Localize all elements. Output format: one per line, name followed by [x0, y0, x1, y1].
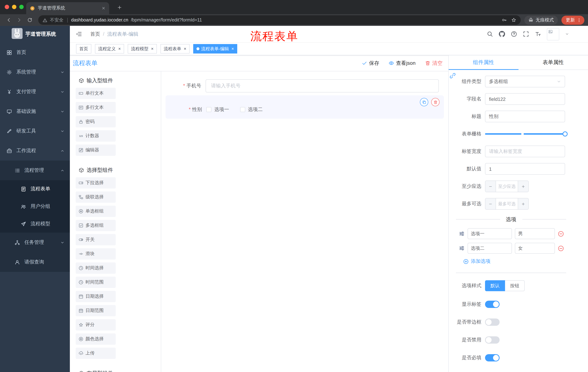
selected-widget-gender[interactable]: 性别 选项一选项二	[166, 95, 444, 119]
kebab-menu-icon[interactable]	[577, 18, 581, 22]
form-canvas[interactable]: 手机号 请输入手机号	[161, 71, 448, 372]
sidebar-item-系统管理[interactable]: 系统管理	[0, 62, 70, 82]
tab-component-props[interactable]: 组件属性	[449, 55, 518, 70]
component-颜色选择[interactable]: 颜色选择	[76, 333, 116, 345]
bookmark-star-icon[interactable]	[511, 18, 516, 22]
component-多行文本[interactable]: 多行文本	[76, 102, 116, 113]
title-input[interactable]: 性别	[485, 111, 565, 122]
decrease-button[interactable]: −	[485, 181, 496, 192]
link-icon[interactable]	[449, 73, 456, 79]
window-zoom-button[interactable]	[19, 5, 24, 9]
browser-tab[interactable]: 芋道管理系统	[26, 2, 109, 14]
tag-流程表单[interactable]: 流程表单×	[160, 44, 189, 53]
tag-close-icon[interactable]: ×	[231, 46, 234, 51]
field-name-input[interactable]: field122	[485, 93, 565, 105]
drag-handle-icon[interactable]	[459, 245, 465, 251]
search-icon[interactable]	[487, 31, 493, 37]
increase-button[interactable]: +	[518, 198, 528, 209]
component-滑块[interactable]: 滑块	[76, 248, 116, 260]
component-时间范围[interactable]: 时间范围	[76, 277, 116, 288]
window-close-button[interactable]	[5, 5, 9, 9]
sidebar-item-流程表单[interactable]: 流程表单	[0, 180, 70, 198]
component-开关[interactable]: 开关	[76, 234, 116, 245]
remove-option-icon[interactable]	[558, 245, 564, 251]
style-button-button[interactable]: 按钮	[505, 280, 525, 291]
style-default-button[interactable]: 默认	[485, 280, 505, 291]
sidebar-item-基础设施[interactable]: 基础设施	[0, 102, 70, 121]
copy-widget-icon[interactable]	[420, 98, 428, 106]
grid-slider[interactable]	[485, 128, 565, 140]
field-phone[interactable]: 手机号 请输入手机号	[166, 79, 439, 93]
increase-button[interactable]: +	[518, 181, 528, 192]
component-时间选择[interactable]: 时间选择	[76, 262, 116, 274]
fullscreen-icon[interactable]	[523, 31, 529, 37]
help-icon[interactable]	[511, 31, 517, 37]
clear-button[interactable]: 清空	[425, 60, 442, 66]
toggle-是否必填[interactable]	[485, 354, 500, 361]
sidebar-item-流程管理[interactable]: 流程管理	[0, 160, 70, 180]
sidebar-item-研发工具[interactable]: 研发工具	[0, 121, 70, 141]
browser-update-button[interactable]: 更新	[561, 15, 584, 25]
decrease-button[interactable]: −	[485, 198, 496, 209]
checkbox-选项二[interactable]: 选项二	[240, 106, 263, 113]
back-icon[interactable]	[4, 15, 13, 25]
forward-icon[interactable]	[14, 15, 24, 25]
password-key-icon[interactable]	[502, 18, 507, 22]
option-value-input[interactable]: 男	[515, 228, 555, 239]
tag-close-icon[interactable]: ×	[151, 46, 154, 51]
tag-首页[interactable]: 首页	[76, 44, 91, 53]
remove-option-icon[interactable]	[558, 231, 564, 237]
component-计数器[interactable]: 123计数器	[76, 130, 116, 142]
max-select-input[interactable]: 最多可选	[496, 198, 518, 209]
window-minimize-button[interactable]	[12, 5, 16, 9]
component-type-select[interactable]: 多选框组	[485, 76, 565, 87]
delete-widget-icon[interactable]	[431, 98, 440, 106]
sidebar-item-请假查询[interactable]: 请假查询	[0, 252, 70, 272]
component-日期选择[interactable]: 日期选择	[76, 291, 116, 302]
view-json-button[interactable]: 查看json	[389, 60, 416, 66]
sidebar-item-工作流程[interactable]: 工作流程	[0, 141, 70, 160]
tag-close-icon[interactable]: ×	[118, 46, 121, 51]
component-编辑器[interactable]: 编辑器	[76, 145, 116, 156]
address-bar[interactable]: 不安全 dashboard.yudao.iocoder.cn/bpm/manag…	[38, 15, 521, 25]
component-级联选择[interactable]: 级联选择	[76, 191, 116, 203]
component-上传[interactable]: 上传	[76, 348, 116, 359]
drag-handle-icon[interactable]	[459, 231, 465, 237]
sidebar-item-用户分组[interactable]: 用户分组	[0, 198, 70, 215]
component-单行文本[interactable]: 单行文本	[76, 88, 116, 99]
tab-close-icon[interactable]	[102, 6, 105, 10]
sidebar-item-流程模型[interactable]: 流程模型	[0, 215, 70, 233]
default-value-input[interactable]: 1	[485, 163, 565, 175]
breadcrumb-home[interactable]: 首页	[90, 31, 100, 37]
tag-流程表单-编辑[interactable]: 流程表单-编辑×	[193, 44, 237, 53]
save-button[interactable]: 保存	[362, 60, 379, 66]
tag-流程定义[interactable]: 流程定义×	[95, 44, 124, 53]
tag-close-icon[interactable]: ×	[184, 46, 186, 51]
sidebar-item-首页[interactable]: 首页	[0, 43, 70, 62]
component-单选框组[interactable]: 单选框组	[76, 206, 116, 217]
toggle-是否禁用[interactable]	[485, 336, 500, 344]
tag-流程模型[interactable]: 流程模型×	[128, 44, 157, 53]
checkbox-选项一[interactable]: 选项一	[206, 106, 229, 113]
sidebar-item-任务管理[interactable]: 任务管理	[0, 233, 70, 252]
tab-form-props[interactable]: 表单属性	[518, 55, 588, 70]
option-label-input[interactable]: 选项一	[468, 228, 512, 239]
component-多选框组[interactable]: 多选框组	[76, 220, 116, 231]
option-value-input[interactable]: 女	[515, 243, 555, 254]
new-tab-button[interactable]	[115, 3, 124, 12]
slider-handle[interactable]	[563, 131, 568, 137]
sidebar-item-支付管理[interactable]: 支付管理	[0, 82, 70, 102]
github-icon[interactable]	[499, 31, 505, 37]
option-label-input[interactable]: 选项二	[468, 243, 512, 254]
sidebar-logo[interactable]: 芋道管理系统	[0, 26, 70, 43]
add-option-button[interactable]: 添加选项	[463, 258, 588, 265]
menu-fold-icon[interactable]	[76, 31, 82, 37]
component-日期范围[interactable]: 日期范围	[76, 305, 116, 316]
font-size-icon[interactable]	[535, 31, 541, 37]
component-评分[interactable]: 评分	[76, 319, 116, 330]
toggle-显示标签[interactable]	[485, 301, 500, 308]
toggle-是否带边框[interactable]	[485, 319, 500, 326]
component-下拉选择[interactable]: 下拉选择	[76, 177, 116, 189]
component-密码[interactable]: 密码	[76, 116, 116, 128]
min-select-input[interactable]: 至少应选	[496, 181, 518, 192]
